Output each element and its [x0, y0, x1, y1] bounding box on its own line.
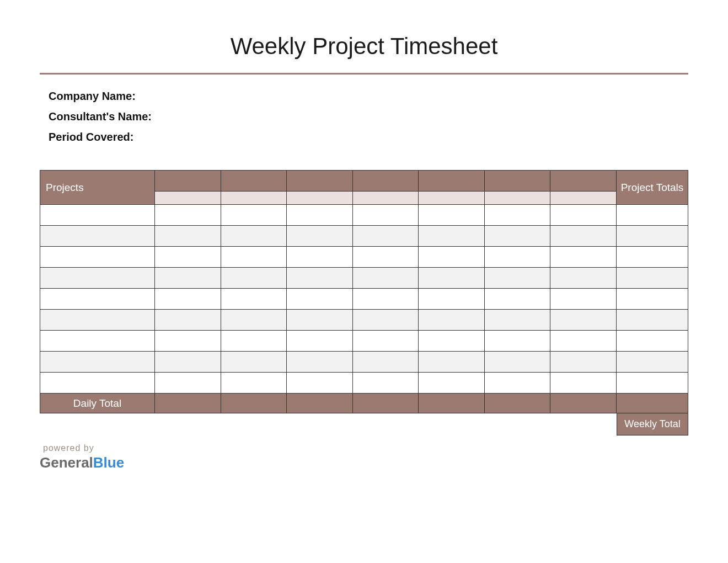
hours-cell[interactable]	[419, 310, 485, 331]
hours-cell[interactable]	[155, 373, 221, 394]
day-header[interactable]	[221, 171, 287, 192]
project-name-cell[interactable]	[40, 247, 155, 268]
hours-cell[interactable]	[352, 310, 419, 331]
project-name-cell[interactable]	[40, 373, 155, 394]
timesheet-table[interactable]: Projects Project Totals Daily Total	[40, 170, 688, 413]
hours-cell[interactable]	[352, 352, 419, 373]
hours-cell[interactable]	[484, 310, 550, 331]
hours-cell[interactable]	[221, 310, 287, 331]
hours-cell[interactable]	[550, 268, 617, 289]
hours-cell[interactable]	[287, 289, 353, 310]
project-total-cell[interactable]	[617, 205, 688, 226]
daily-total-cell	[484, 394, 550, 413]
hours-cell[interactable]	[550, 226, 617, 247]
hours-cell[interactable]	[221, 268, 287, 289]
hours-cell[interactable]	[484, 247, 550, 268]
hours-cell[interactable]	[287, 226, 353, 247]
hours-cell[interactable]	[484, 268, 550, 289]
hours-cell[interactable]	[287, 268, 353, 289]
hours-cell[interactable]	[419, 226, 485, 247]
hours-cell[interactable]	[352, 205, 419, 226]
day-header[interactable]	[287, 171, 353, 192]
project-total-cell[interactable]	[617, 310, 688, 331]
hours-cell[interactable]	[221, 352, 287, 373]
hours-cell[interactable]	[221, 205, 287, 226]
day-header[interactable]	[352, 171, 419, 192]
hours-cell[interactable]	[352, 289, 419, 310]
hours-cell[interactable]	[484, 373, 550, 394]
hours-cell[interactable]	[484, 289, 550, 310]
hours-cell[interactable]	[287, 331, 353, 352]
hours-cell[interactable]	[155, 247, 221, 268]
hours-cell[interactable]	[419, 373, 485, 394]
project-name-cell[interactable]	[40, 331, 155, 352]
footer: powered by GeneralBlue	[40, 443, 688, 471]
day-header[interactable]	[550, 171, 617, 192]
hours-cell[interactable]	[287, 247, 353, 268]
hours-cell[interactable]	[155, 352, 221, 373]
hours-cell[interactable]	[155, 331, 221, 352]
hours-cell[interactable]	[155, 289, 221, 310]
hours-cell[interactable]	[352, 331, 419, 352]
hours-cell[interactable]	[419, 352, 485, 373]
day-header[interactable]	[484, 171, 550, 192]
project-name-cell[interactable]	[40, 352, 155, 373]
hours-cell[interactable]	[155, 310, 221, 331]
day-subheader[interactable]	[484, 192, 550, 205]
hours-cell[interactable]	[155, 226, 221, 247]
hours-cell[interactable]	[287, 352, 353, 373]
project-total-cell[interactable]	[617, 268, 688, 289]
hours-cell[interactable]	[419, 205, 485, 226]
project-total-cell[interactable]	[617, 331, 688, 352]
project-total-cell[interactable]	[617, 226, 688, 247]
hours-cell[interactable]	[550, 205, 617, 226]
project-name-cell[interactable]	[40, 205, 155, 226]
project-name-cell[interactable]	[40, 310, 155, 331]
project-total-cell[interactable]	[617, 373, 688, 394]
hours-cell[interactable]	[287, 373, 353, 394]
hours-cell[interactable]	[221, 373, 287, 394]
hours-cell[interactable]	[419, 331, 485, 352]
hours-cell[interactable]	[419, 247, 485, 268]
hours-cell[interactable]	[352, 247, 419, 268]
hours-cell[interactable]	[221, 247, 287, 268]
project-total-cell[interactable]	[617, 247, 688, 268]
day-header[interactable]	[155, 171, 221, 192]
hours-cell[interactable]	[287, 205, 353, 226]
day-subheader[interactable]	[550, 192, 617, 205]
project-total-cell[interactable]	[617, 352, 688, 373]
hours-cell[interactable]	[155, 205, 221, 226]
day-header[interactable]	[419, 171, 485, 192]
hours-cell[interactable]	[550, 352, 617, 373]
hours-cell[interactable]	[550, 247, 617, 268]
project-name-cell[interactable]	[40, 226, 155, 247]
hours-cell[interactable]	[484, 226, 550, 247]
hours-cell[interactable]	[419, 289, 485, 310]
project-name-cell[interactable]	[40, 289, 155, 310]
hours-cell[interactable]	[550, 289, 617, 310]
hours-cell[interactable]	[484, 205, 550, 226]
day-subheader[interactable]	[419, 192, 485, 205]
hours-cell[interactable]	[352, 373, 419, 394]
day-subheader[interactable]	[352, 192, 419, 205]
day-subheader[interactable]	[221, 192, 287, 205]
hours-cell[interactable]	[352, 226, 419, 247]
day-subheader[interactable]	[287, 192, 353, 205]
hours-cell[interactable]	[287, 310, 353, 331]
project-name-cell[interactable]	[40, 268, 155, 289]
hours-cell[interactable]	[221, 226, 287, 247]
hours-cell[interactable]	[550, 373, 617, 394]
project-total-cell[interactable]	[617, 289, 688, 310]
table-row	[40, 331, 688, 352]
hours-cell[interactable]	[419, 268, 485, 289]
hours-cell[interactable]	[221, 331, 287, 352]
hours-cell[interactable]	[484, 331, 550, 352]
hours-cell[interactable]	[352, 268, 419, 289]
hours-cell[interactable]	[155, 268, 221, 289]
hours-cell[interactable]	[550, 331, 617, 352]
daily-total-cell	[352, 394, 419, 413]
hours-cell[interactable]	[484, 352, 550, 373]
hours-cell[interactable]	[221, 289, 287, 310]
day-subheader[interactable]	[155, 192, 221, 205]
hours-cell[interactable]	[550, 310, 617, 331]
